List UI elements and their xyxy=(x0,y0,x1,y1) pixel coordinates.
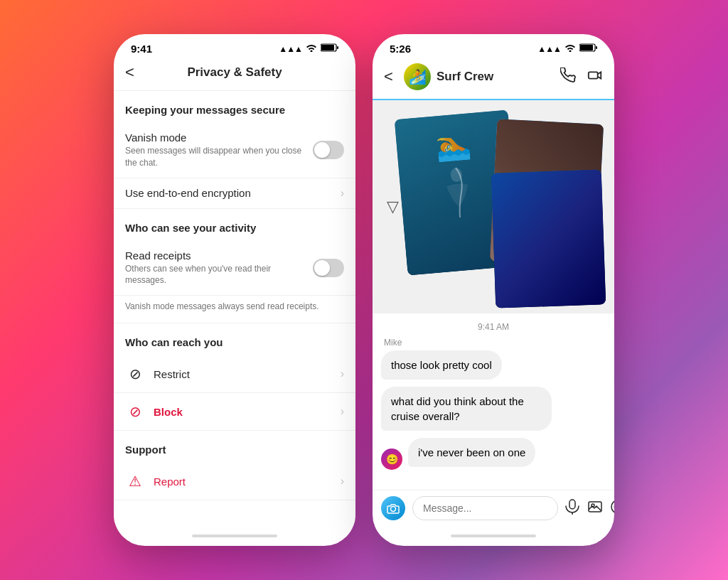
message-timestamp: 9:41 AM xyxy=(373,313,614,338)
svg-rect-1 xyxy=(321,45,334,50)
plus-icon[interactable] xyxy=(611,500,614,517)
section-header-support: Support xyxy=(114,431,355,463)
chat-back-button[interactable]: < xyxy=(384,68,404,86)
nav-bar-1: < Privacy & Safety xyxy=(114,60,355,91)
read-receipts-item[interactable]: Read receipts Others can see when you've… xyxy=(114,241,355,296)
svg-rect-9 xyxy=(569,500,575,509)
settings-content: Keeping your messages secure Vanish mode… xyxy=(114,91,355,526)
vanish-mode-info: Vanish mode Seen messages will disappear… xyxy=(125,131,313,169)
report-title: Report xyxy=(154,476,335,488)
photo-collage: ▽ xyxy=(373,100,614,313)
block-icon: ⊘ xyxy=(125,402,145,421)
block-chevron: › xyxy=(341,405,344,418)
restrict-info: Restrict xyxy=(154,368,335,380)
chat-content: ▽ 9:41 AM Mike those look pretty cool wh… xyxy=(373,100,614,490)
home-indicator-2 xyxy=(373,526,614,546)
status-icons-1: ▲▲▲ xyxy=(279,43,338,54)
chat-messages: Mike those look pretty cool what did you… xyxy=(373,338,614,490)
svg-rect-2 xyxy=(337,46,338,49)
signal-icon: ▲▲▲ xyxy=(279,44,302,54)
status-time-1: 9:41 xyxy=(131,43,152,55)
block-item[interactable]: ⊘ Block › xyxy=(114,393,355,431)
signal-icon-2: ▲▲▲ xyxy=(537,44,561,54)
e2e-chevron: › xyxy=(341,187,344,200)
wifi-icon-2 xyxy=(564,43,576,54)
restrict-icon: ⊘ xyxy=(125,364,145,384)
restrict-title: Restrict xyxy=(154,368,335,380)
send-photo-icon: ▽ xyxy=(387,198,399,216)
message-bubble-3: i've never been on one xyxy=(408,438,535,467)
message-sender-name: Mike xyxy=(384,338,606,348)
report-icon: ⚠ xyxy=(125,471,145,491)
svg-rect-6 xyxy=(589,72,598,78)
input-action-icons xyxy=(565,499,614,518)
report-chevron: › xyxy=(341,475,344,488)
message-input[interactable] xyxy=(412,496,558,520)
chat-input-bar xyxy=(373,490,614,526)
page-title-privacy: Privacy & Safety xyxy=(148,65,321,80)
vanish-mode-toggle[interactable] xyxy=(313,141,344,159)
back-button-1[interactable]: < xyxy=(125,63,148,82)
status-bar-1: 9:41 ▲▲▲ xyxy=(114,34,355,60)
video-call-icon[interactable] xyxy=(587,68,603,87)
vanish-mode-subtitle: Seen messages will disappear when you cl… xyxy=(125,145,313,169)
svg-rect-4 xyxy=(580,45,593,50)
home-indicator-1 xyxy=(114,526,355,546)
e2e-item[interactable]: Use end-to-end encryption › xyxy=(114,178,355,209)
image-icon[interactable] xyxy=(588,500,602,517)
wifi-icon xyxy=(306,43,317,54)
message-bubble-2: what did you think about the cruise over… xyxy=(381,387,552,431)
svg-rect-5 xyxy=(596,46,597,49)
read-receipts-toggle[interactable] xyxy=(313,259,344,277)
section-header-messages: Keeping your messages secure xyxy=(114,91,355,123)
section-header-reach: Who can reach you xyxy=(114,323,355,355)
phone-privacy-safety: 9:41 ▲▲▲ < Privacy & Safety Keepi xyxy=(114,34,355,546)
block-info: Block xyxy=(154,406,335,418)
read-receipts-info: Read receipts Others can see when you've… xyxy=(125,249,313,287)
mic-icon[interactable] xyxy=(565,499,579,518)
battery-icon xyxy=(321,43,338,54)
read-receipts-subtitle: Others can see when you've read their me… xyxy=(125,263,313,287)
camera-button[interactable] xyxy=(381,496,405,520)
user-avatar-small: 😊 xyxy=(381,449,402,470)
block-title: Block xyxy=(154,406,335,418)
svg-point-8 xyxy=(391,506,396,511)
message-row-2: what did you think about the cruise over… xyxy=(381,387,606,434)
chat-action-buttons xyxy=(560,68,603,87)
home-bar-2 xyxy=(451,535,536,537)
read-receipts-title: Read receipts xyxy=(125,249,313,262)
e2e-title: Use end-to-end encryption xyxy=(125,187,335,199)
section-header-activity: Who can see your activity xyxy=(114,209,355,241)
chat-nav: < 🏄 Surf Crew xyxy=(373,60,614,100)
status-icons-2: ▲▲▲ xyxy=(537,43,597,54)
home-bar-1 xyxy=(192,535,277,537)
message-row-1: those look pretty cool xyxy=(381,350,606,382)
chat-group-name: Surf Crew xyxy=(437,70,560,84)
status-bar-2: 5:26 ▲▲▲ xyxy=(373,34,614,60)
restrict-chevron: › xyxy=(341,367,344,380)
phone-surf-crew: 5:26 ▲▲▲ < 🏄 Surf Crew xyxy=(373,34,614,546)
vanish-mode-note: Vanish mode messages always send read re… xyxy=(114,296,355,323)
vanish-mode-title: Vanish mode xyxy=(125,131,313,144)
e2e-info: Use end-to-end encryption xyxy=(125,187,335,199)
battery-icon-2 xyxy=(579,43,597,54)
photo-card-3 xyxy=(491,169,606,308)
chat-group-avatar: 🏄 xyxy=(404,63,431,90)
message-bubble-1: those look pretty cool xyxy=(381,350,502,380)
message-row-3: 😊 i've never been on one xyxy=(381,438,606,470)
vanish-mode-item[interactable]: Vanish mode Seen messages will disappear… xyxy=(114,123,355,178)
status-time-2: 5:26 xyxy=(390,43,411,55)
report-info: Report xyxy=(154,476,335,488)
restrict-item[interactable]: ⊘ Restrict › xyxy=(114,355,355,393)
phone-call-icon[interactable] xyxy=(560,68,576,87)
report-item[interactable]: ⚠ Report › xyxy=(114,463,355,500)
